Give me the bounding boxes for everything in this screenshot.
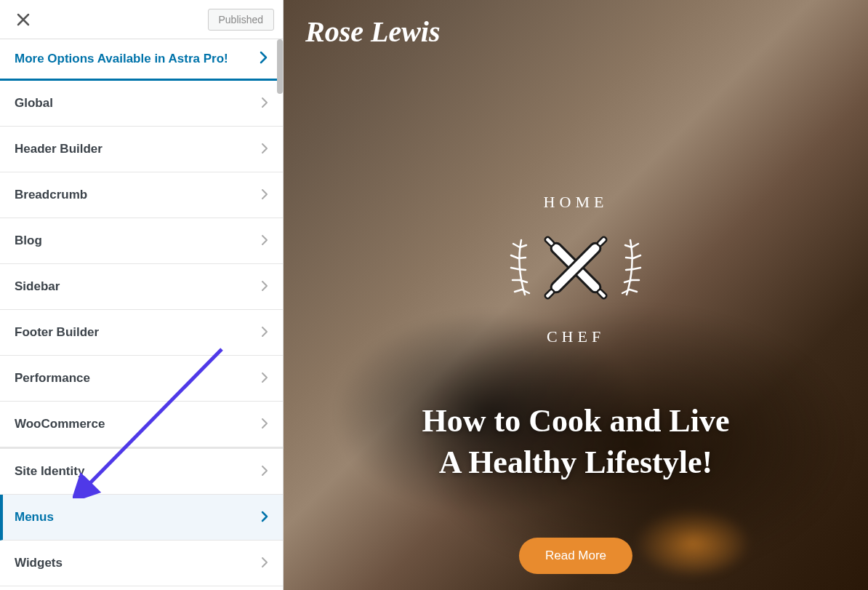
chevron-right-icon [261, 231, 268, 250]
menu-item-label: Widgets [15, 556, 63, 570]
svg-rect-6 [597, 236, 608, 247]
sidebar-header: Published [0, 0, 283, 39]
svg-rect-2 [544, 236, 555, 247]
menu-item-label: Blog [15, 234, 42, 248]
menu-item-site-identity[interactable]: Site Identity [0, 449, 283, 495]
badge-bottom-text: CHEF [547, 327, 605, 346]
badge-top-text: HOME [544, 193, 608, 211]
read-more-button[interactable]: Read More [519, 538, 632, 574]
hero-heading-line2: A Healthy Lifestyle! [284, 442, 868, 483]
chevron-right-icon [261, 140, 268, 159]
scrollbar[interactable] [276, 39, 283, 590]
menu-item-blog[interactable]: Blog [0, 218, 283, 264]
menu-item-label: Header Builder [15, 142, 103, 156]
menu-item-footer-builder[interactable]: Footer Builder [0, 310, 283, 356]
menu-item-header-builder[interactable]: Header Builder [0, 127, 283, 172]
svg-rect-5 [544, 289, 555, 300]
menu-item-label: Menus [15, 510, 54, 525]
chevron-right-icon [261, 94, 268, 113]
promo-astra-pro[interactable]: More Options Available in Astra Pro! [0, 39, 283, 81]
published-button[interactable]: Published [208, 9, 275, 31]
menu-item-breadcrumb[interactable]: Breadcrumb [0, 172, 283, 218]
menu-item-woocommerce[interactable]: WooCommerce [0, 402, 283, 447]
chevron-right-icon [261, 554, 268, 573]
menu-item-label: Breadcrumb [15, 188, 87, 202]
chevron-right-icon [261, 277, 268, 296]
menu-item-widgets[interactable]: Widgets [0, 541, 283, 586]
close-icon[interactable] [9, 5, 38, 34]
promo-label: More Options Available in Astra Pro! [15, 52, 228, 66]
menu-item-sidebar[interactable]: Sidebar [0, 264, 283, 310]
chevron-right-icon [261, 369, 268, 388]
chevron-right-icon [260, 49, 268, 68]
hero-badge: HOME CHEF [496, 186, 656, 348]
scrollbar-thumb[interactable] [277, 39, 283, 94]
preview-pane: Rose Lewis HOME CHEF [284, 0, 868, 590]
menu-item-homepage-settings[interactable]: Homepage Settings [0, 586, 283, 590]
menu-item-label: Sidebar [15, 279, 60, 294]
menu-item-label: Site Identity [15, 464, 84, 479]
chevron-right-icon [261, 186, 268, 204]
menu-item-global[interactable]: Global [0, 81, 283, 127]
chevron-right-icon [261, 323, 268, 342]
customizer-sidebar: Published More Options Available in Astr… [0, 0, 284, 590]
hero-heading: How to Cook and Live A Healthy Lifestyle… [284, 400, 868, 483]
menu-section-wp: Site Identity Menus Widgets Homepage Set… [0, 449, 283, 590]
menu-item-menus[interactable]: Menus [0, 495, 283, 541]
svg-rect-3 [597, 289, 608, 300]
menu-item-label: Footer Builder [15, 325, 99, 340]
chevron-right-icon [261, 415, 268, 434]
site-logo[interactable]: Rose Lewis [305, 15, 441, 49]
chevron-right-icon [261, 508, 268, 527]
menu-item-label: Performance [15, 371, 90, 386]
menu-item-performance[interactable]: Performance [0, 356, 283, 402]
chevron-right-icon [261, 462, 268, 481]
hero-heading-line1: How to Cook and Live [284, 400, 868, 442]
menu-section-theme: Global Header Builder Breadcrumb Blog Si… [0, 81, 283, 447]
menu-item-label: WooCommerce [15, 417, 105, 431]
menu-item-label: Global [15, 96, 53, 111]
